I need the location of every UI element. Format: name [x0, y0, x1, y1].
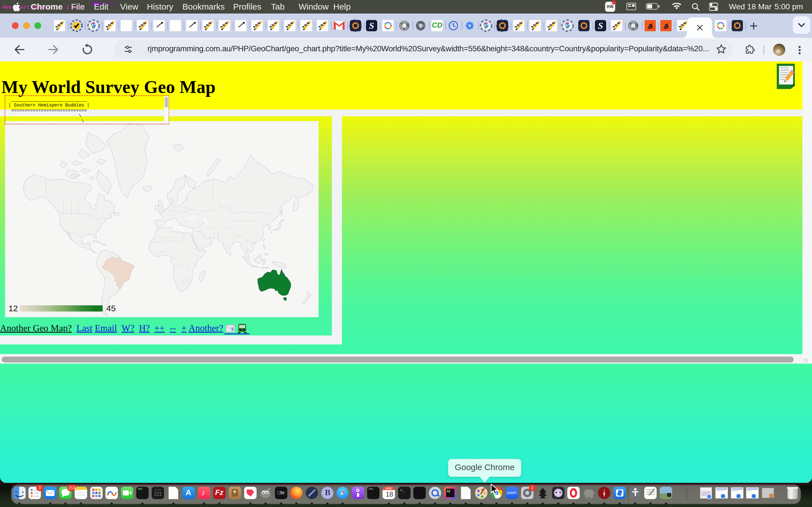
svg-text:E: E — [232, 327, 234, 332]
